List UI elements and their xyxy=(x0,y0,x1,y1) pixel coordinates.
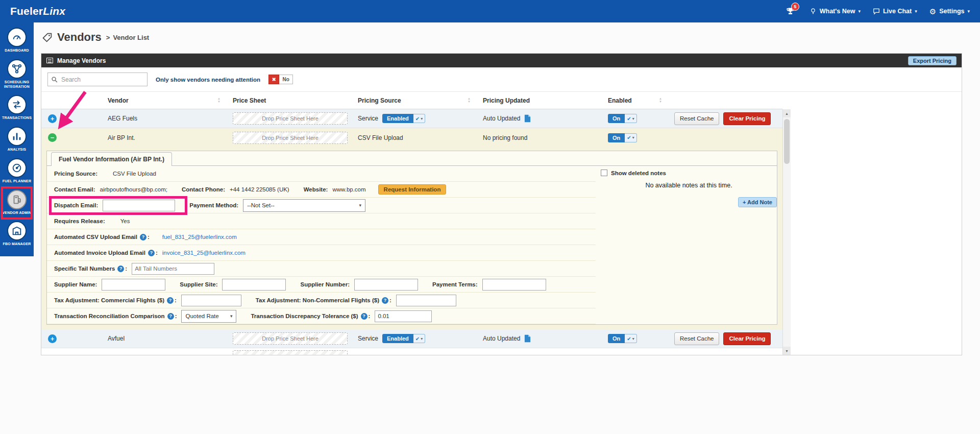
notifications-button[interactable]: 5 xyxy=(786,7,795,16)
help-icon[interactable]: ? xyxy=(148,250,155,256)
payment-method-select[interactable]: --Not Set-- ▾ xyxy=(243,199,365,212)
tax-non-commercial-input[interactable] xyxy=(396,295,456,306)
header-enabled[interactable]: Enabled ▲▼ xyxy=(603,97,669,104)
check-icon: ✔ xyxy=(415,336,420,342)
expand-row-button[interactable]: + xyxy=(48,114,57,123)
clear-pricing-button[interactable]: Clear Pricing xyxy=(723,112,771,125)
export-pricing-button[interactable]: Export Pricing xyxy=(908,56,957,65)
fuelerlinx-logo[interactable]: FuelerLinx xyxy=(10,5,65,17)
header-vendor[interactable]: Vendor ▲▼ xyxy=(103,97,228,104)
payment-method-label: Payment Method: xyxy=(189,202,238,208)
price-file-icon[interactable] xyxy=(524,114,531,123)
tail-numbers-input[interactable] xyxy=(132,263,214,275)
table-header-row: Vendor ▲▼ Price Sheet Pricing Source ▲▼ … xyxy=(41,92,782,109)
sidebar-item-vendor-admin[interactable]: VENDOR ADMIN xyxy=(0,188,34,217)
vendor-search[interactable] xyxy=(47,73,148,86)
settings-menu[interactable]: ⚙ Settings ▾ xyxy=(929,8,970,15)
chevron-down-icon: ▾ xyxy=(359,203,362,208)
auto-invoice-label: Automated Invoice Upload Email xyxy=(54,250,145,256)
help-icon[interactable]: ? xyxy=(140,234,146,240)
enabled-check-dropdown[interactable]: ✔▾ xyxy=(413,114,425,123)
show-deleted-notes-label: Show deleted notes xyxy=(611,170,666,176)
help-icon[interactable]: ? xyxy=(361,313,368,320)
auto-invoice-email-link[interactable]: invoice_831_25@fuelerlinx.com xyxy=(162,250,246,256)
tax-commercial-input[interactable] xyxy=(181,295,241,306)
gear-icon: ⚙ xyxy=(929,8,936,15)
enabled-check-dropdown[interactable]: ✔▾ xyxy=(625,133,636,142)
tab-fuel-vendor-information[interactable]: Fuel Vendor Information (Air BP Int.) xyxy=(51,152,172,166)
sidebar-item-dashboard[interactable]: DASHBOARD xyxy=(0,26,34,55)
price-sheet-dropzone[interactable]: Drop Price Sheet Here xyxy=(233,112,348,125)
show-deleted-notes-checkbox[interactable] xyxy=(601,170,607,176)
sidebar-item-analysis[interactable]: ANALYSIS xyxy=(0,125,34,154)
enabled-check-dropdown[interactable]: ✔▾ xyxy=(625,114,636,123)
sort-icon[interactable]: ▲▼ xyxy=(659,98,662,103)
payment-terms-label: Payment Terms: xyxy=(432,281,478,287)
notification-count-badge: 5 xyxy=(791,3,799,11)
table-row-avfuel[interactable]: + Avfuel Drop Price Sheet Here Service E… xyxy=(41,329,782,348)
supplier-number-input[interactable] xyxy=(354,279,418,291)
table-scrollbar[interactable]: ▲ ▼ xyxy=(782,109,791,355)
tolerance-input[interactable] xyxy=(375,310,432,322)
tax-non-commercial-label: Tax Adjustment: Non-Commercial Flights (… xyxy=(256,297,379,303)
price-sheet-dropzone[interactable]: Drop Price Sheet Here xyxy=(233,132,348,144)
pricing-source-enabled-dropdown[interactable]: Enabled ✔▾ xyxy=(382,114,425,123)
live-chat-menu[interactable]: Live Chat ▾ xyxy=(873,8,917,15)
enabled-toggle[interactable]: On ✔▾ xyxy=(608,114,637,123)
expand-row-button[interactable]: + xyxy=(48,334,57,343)
attention-filter-toggle[interactable]: ✖ No xyxy=(268,75,293,84)
sidebar-item-fbo-manager[interactable]: FBO MANAGER xyxy=(0,220,34,248)
table-row-air-bp[interactable]: − Air BP Int. Drop Price Sheet Here CSV … xyxy=(41,128,782,147)
transactions-icon xyxy=(7,95,27,114)
supplier-site-label: Supplier Site: xyxy=(180,281,217,287)
reset-cache-button[interactable]: Reset Cache xyxy=(674,332,719,345)
header-pricing-source[interactable]: Pricing Source ▲▼ xyxy=(353,97,478,104)
help-icon[interactable]: ? xyxy=(167,313,174,320)
scroll-up-button[interactable]: ▲ xyxy=(783,109,791,117)
auto-csv-email-link[interactable]: fuel_831_25@fuelerlinx.com xyxy=(162,234,237,240)
scroll-down-button[interactable]: ▼ xyxy=(783,347,791,355)
payment-terms-input[interactable] xyxy=(482,279,546,291)
whats-new-menu[interactable]: What's New ▾ xyxy=(810,8,861,15)
pricing-source-label: Pricing Source: xyxy=(54,171,97,177)
supplier-name-input[interactable] xyxy=(102,279,165,291)
sort-icon[interactable]: ▲▼ xyxy=(217,98,220,103)
reset-cache-button[interactable]: Reset Cache xyxy=(674,112,719,125)
auto-csv-label: Automated CSV Upload Email xyxy=(54,234,137,240)
sort-icon[interactable]: ▲▼ xyxy=(468,98,471,103)
enabled-toggle[interactable]: On ✔▾ xyxy=(608,334,637,343)
sidebar-item-fuel-planner[interactable]: FUEL PLANNER xyxy=(0,157,34,185)
help-icon[interactable]: ? xyxy=(167,297,174,304)
fuel-planner-icon xyxy=(7,158,27,178)
scroll-thumb[interactable] xyxy=(784,119,790,164)
reconciliation-select[interactable]: Quoted Rate ▾ xyxy=(181,310,236,323)
price-sheet-dropzone[interactable] xyxy=(233,350,348,355)
analysis-icon xyxy=(7,127,27,146)
close-icon[interactable]: ✖ xyxy=(268,75,279,84)
panel-title: Manage Vendors xyxy=(57,57,106,64)
price-file-icon[interactable] xyxy=(524,334,531,343)
price-sheet-dropzone[interactable]: Drop Price Sheet Here xyxy=(233,332,348,345)
whats-new-label: What's New xyxy=(820,8,855,15)
field-row-requires-release: Requires Release: Yes xyxy=(47,213,596,229)
sidebar-item-transactions[interactable]: TRANSACTIONS xyxy=(0,93,34,122)
request-information-button[interactable]: Request Information xyxy=(378,184,447,195)
enabled-check-dropdown[interactable]: ✔▾ xyxy=(413,334,425,343)
attention-filter-value[interactable]: No xyxy=(279,75,293,84)
breadcrumb-current: Vendor List xyxy=(113,34,149,41)
enabled-toggle[interactable]: On ✔▾ xyxy=(608,133,637,142)
pricing-source-enabled-dropdown[interactable]: Enabled ✔▾ xyxy=(382,334,425,343)
clear-pricing-button[interactable]: Clear Pricing xyxy=(723,332,771,345)
help-icon[interactable]: ? xyxy=(382,297,388,304)
table-row-partial[interactable] xyxy=(41,348,782,355)
table-row-aeg-fuels[interactable]: + AEG Fuels Drop Price Sheet Here Servic… xyxy=(41,109,782,128)
dispatch-email-input[interactable] xyxy=(103,200,175,211)
help-icon[interactable]: ? xyxy=(117,266,124,272)
sidebar-item-scheduling-integration[interactable]: SCHEDULING INTEGRATION xyxy=(0,58,34,91)
requires-release-label: Requires Release: xyxy=(54,218,105,224)
search-input[interactable] xyxy=(61,76,147,83)
collapse-row-button[interactable]: − xyxy=(48,133,57,142)
add-note-button[interactable]: + Add Note xyxy=(738,197,777,207)
enabled-check-dropdown[interactable]: ✔▾ xyxy=(625,334,636,343)
supplier-site-input[interactable] xyxy=(222,279,286,291)
